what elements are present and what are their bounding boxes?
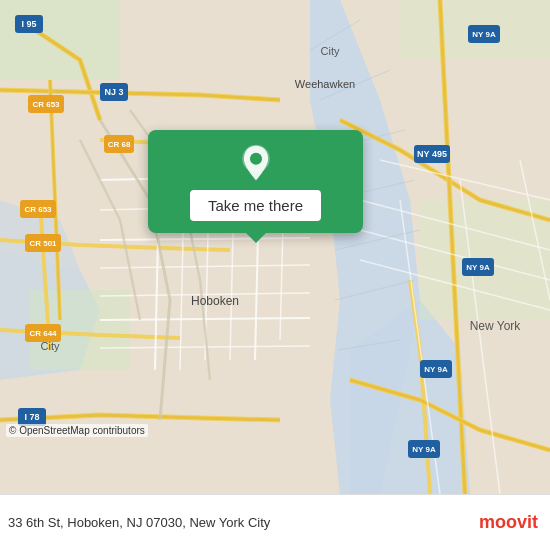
svg-point-64 xyxy=(249,153,261,165)
popup-card: Take me there xyxy=(148,130,363,233)
svg-text:NY 9A: NY 9A xyxy=(472,30,496,39)
svg-text:NY 9A: NY 9A xyxy=(412,445,436,454)
svg-text:New York: New York xyxy=(470,319,522,333)
svg-text:City: City xyxy=(41,340,60,352)
svg-text:CR 653: CR 653 xyxy=(24,205,52,214)
svg-text:Hoboken: Hoboken xyxy=(191,294,239,308)
address-text: 33 6th St, Hoboken, NJ 07030, New York C… xyxy=(8,515,479,530)
map-background: I 95 NJ 3 CR 653 CR 653 CR 68 NY 495 NY … xyxy=(0,0,550,494)
map-container: I 95 NJ 3 CR 653 CR 653 CR 68 NY 495 NY … xyxy=(0,0,550,494)
svg-rect-1 xyxy=(0,0,120,80)
svg-text:NJ 3: NJ 3 xyxy=(104,87,123,97)
svg-text:CR 644: CR 644 xyxy=(29,329,57,338)
svg-text:Weehawken: Weehawken xyxy=(295,78,355,90)
moovit-brand-text: moovit xyxy=(479,512,538,533)
take-me-there-button[interactable]: Take me there xyxy=(190,190,321,221)
moovit-logo: moovit xyxy=(479,512,538,533)
svg-text:I 78: I 78 xyxy=(24,412,39,422)
svg-text:CR 68: CR 68 xyxy=(108,140,131,149)
osm-attribution: © OpenStreetMap contributors xyxy=(6,424,148,437)
svg-text:City: City xyxy=(321,45,340,57)
svg-text:CR 653: CR 653 xyxy=(32,100,60,109)
svg-text:CR 501: CR 501 xyxy=(29,239,57,248)
svg-text:I 95: I 95 xyxy=(21,19,36,29)
location-pin-icon xyxy=(237,144,275,182)
svg-text:NY 495: NY 495 xyxy=(417,149,447,159)
svg-text:NY 9A: NY 9A xyxy=(466,263,490,272)
bottom-bar: 33 6th St, Hoboken, NJ 07030, New York C… xyxy=(0,494,550,550)
svg-text:NY 9A: NY 9A xyxy=(424,365,448,374)
